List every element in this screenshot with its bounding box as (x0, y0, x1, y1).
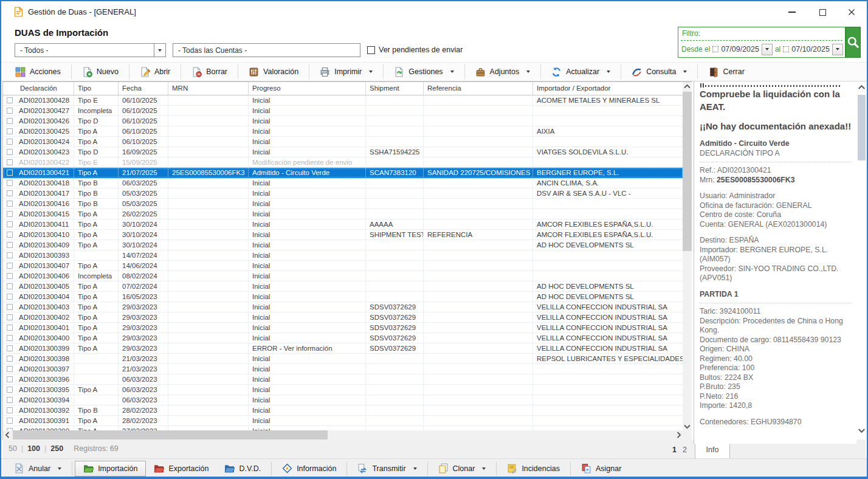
row-checkbox[interactable] (7, 221, 13, 227)
button-abrir[interactable]: Abrir (129, 64, 181, 80)
minimize-button[interactable] (780, 5, 804, 19)
table-row[interactable]: ADI0201300410Tipo A30/10/2024InicialSHIP… (3, 230, 683, 240)
row-checkbox[interactable] (7, 128, 13, 134)
table-row[interactable]: ADI0201300404Tipo A16/05/2023InicialAD H… (3, 292, 683, 302)
row-checkbox[interactable] (7, 242, 13, 248)
row-checkbox[interactable] (7, 97, 13, 103)
table-row[interactable]: ADI0201300418Tipo B06/03/2025InicialANCI… (3, 178, 683, 188)
combo-arrow-button[interactable] (154, 44, 165, 57)
search-button[interactable] (846, 27, 861, 58)
table-row[interactable]: ADI0201300423Tipo D16/09/2025InicialSSHA… (3, 147, 683, 157)
row-checkbox[interactable] (7, 356, 13, 362)
button-adjuntos[interactable]: Adjuntos (465, 64, 541, 80)
page-number-2[interactable]: 2 (683, 446, 687, 454)
page-size-50[interactable]: 50 (9, 444, 17, 453)
button-actualizar[interactable]: Actualizar (541, 64, 621, 80)
table-row[interactable]: ADI0201300391Tipo A28/02/2023Inicial (3, 416, 683, 426)
table-row[interactable]: ADI0201300416Tipo B05/03/2025Inicial (3, 199, 683, 209)
table-row[interactable]: ADI0201300409Tipo A30/10/2024InicialAD H… (3, 240, 683, 250)
table-row[interactable]: ADI0201300411Tipo A30/10/2024InicialAAAA… (3, 219, 683, 230)
to-date-value[interactable]: 07/10/2025 (791, 45, 830, 53)
to-date-dropdown[interactable] (832, 44, 843, 55)
from-date-value[interactable]: 07/09/2025 (721, 45, 759, 53)
page-size-100[interactable]: 100 (27, 444, 40, 453)
vertical-scroll-thumb[interactable] (683, 92, 692, 251)
panel-scrollbar[interactable] (856, 81, 867, 436)
row-checkbox[interactable] (7, 387, 13, 393)
column-header-shipment[interactable]: Shipment (366, 82, 424, 95)
row-checkbox[interactable] (7, 211, 13, 217)
row-checkbox[interactable] (7, 232, 13, 238)
table-vertical-scrollbar[interactable] (683, 82, 692, 431)
table-row[interactable]: ADI0201300392Tipo B28/02/2023Inicial (3, 405, 683, 416)
table-row[interactable]: ADI0201300415Tipo A26/02/2025Inicial (3, 209, 683, 219)
table-row[interactable]: ADI020130039606/03/2023Inicial (3, 374, 683, 385)
row-checkbox[interactable] (7, 314, 13, 320)
table-row[interactable]: ADI0201300403Tipo A29/03/2023InicialSDSV… (3, 302, 683, 312)
button-consulta[interactable]: Consulta (621, 64, 697, 80)
row-checkbox[interactable] (7, 366, 13, 372)
button-anular[interactable]: Anular (6, 461, 69, 477)
table-row[interactable]: ADI0201300399Tipo A29/03/2023ERROR - Ver… (3, 343, 683, 354)
row-checkbox[interactable] (7, 159, 13, 165)
table-horizontal-scrollbar[interactable] (3, 430, 683, 439)
row-checkbox[interactable] (7, 294, 13, 300)
row-checkbox[interactable] (7, 345, 13, 351)
row-checkbox[interactable] (7, 283, 13, 289)
column-header-importador-exportador[interactable]: Importador / Exportador (533, 82, 683, 95)
row-checkbox[interactable] (7, 201, 13, 207)
button-borrar[interactable]: Borrar (181, 64, 238, 80)
scroll-left-arrow-icon[interactable] (3, 430, 12, 439)
column-header-fecha[interactable]: Fecha (119, 82, 168, 95)
table-row[interactable]: ADI020130039821/03/2023InicialREPSOL LUB… (3, 354, 683, 364)
row-checkbox[interactable] (7, 418, 13, 424)
row-checkbox[interactable] (7, 190, 13, 196)
button-dvd[interactable]: D.V.D. (216, 461, 269, 477)
row-checkbox[interactable] (7, 263, 13, 269)
button-clonar[interactable]: Clonar (430, 461, 494, 477)
button-importacion[interactable]: Importación (75, 461, 146, 477)
close-button[interactable] (840, 5, 863, 19)
button-nuevo[interactable]: Nuevo (72, 64, 129, 80)
page-number-1[interactable]: 1 (672, 446, 677, 454)
table-row[interactable]: ADI020130039406/03/2023Inicial (3, 395, 683, 405)
row-checkbox[interactable] (7, 273, 13, 279)
table-row[interactable]: ADI0201300424Tipo A06/10/2025Inicial (3, 137, 683, 147)
table-row[interactable]: ADI0201300395Tipo A06/03/2023Inicial (3, 385, 683, 395)
row-checkbox[interactable] (7, 252, 13, 258)
row-checkbox[interactable] (7, 108, 13, 114)
button-transmitir[interactable]: Transmitir (350, 461, 424, 477)
row-checkbox[interactable] (7, 118, 13, 124)
scroll-right-arrow-icon[interactable] (674, 430, 683, 439)
table-row[interactable]: ADI0201300426Tipo D06/10/2025Inicial (3, 116, 683, 126)
row-checkbox[interactable] (7, 325, 13, 331)
type-filter-combobox[interactable]: - Todos - (15, 43, 166, 57)
button-valoracion[interactable]: Valoración (238, 64, 309, 80)
horizontal-scroll-thumb[interactable] (13, 430, 328, 439)
page-size-250[interactable]: 250 (50, 444, 63, 453)
pending-checkbox[interactable] (367, 46, 375, 54)
table-row[interactable]: ADI0201300421Tipo A21/07/202525ES0008553… (3, 168, 683, 178)
row-checkbox[interactable] (7, 376, 13, 382)
from-date-checkbox[interactable] (712, 46, 718, 52)
table-row[interactable]: ADI0201300427Incompleta06/10/2025Inicial (3, 106, 683, 116)
column-header-tipo[interactable]: Tipo (74, 82, 119, 95)
button-imprimir[interactable]: Imprimir (309, 64, 383, 80)
column-header-referencia[interactable]: Referencia (424, 82, 533, 95)
row-checkbox[interactable] (7, 170, 13, 176)
button-cerrar[interactable]: Cerrar (698, 64, 754, 80)
from-date-dropdown[interactable] (762, 44, 773, 55)
row-checkbox[interactable] (7, 304, 13, 310)
scroll-down-arrow-icon[interactable] (683, 422, 692, 431)
table-row[interactable]: ADI0201300428Tipo E06/10/2025InicialACOM… (3, 95, 683, 106)
table-row[interactable]: ADI0201300407Tipo A14/06/2024Inicial (3, 261, 683, 271)
button-gestiones[interactable]: Gestiones (384, 64, 464, 80)
table-row[interactable]: ADI020130039721/03/2023Inicial (3, 364, 683, 374)
column-header-progreso[interactable]: Progreso (249, 82, 366, 95)
table-row[interactable]: ADI0201300405Tipo A07/02/2024InicialAD H… (3, 281, 683, 292)
scroll-up-arrow-icon[interactable] (683, 82, 692, 91)
panel-scroll-down-icon[interactable] (856, 426, 867, 435)
table-row[interactable]: ADI0201300406Incompleta08/02/2024Inicial (3, 271, 683, 281)
panel-scroll-up-icon[interactable] (856, 83, 867, 92)
button-acciones[interactable]: Acciones (5, 64, 71, 80)
